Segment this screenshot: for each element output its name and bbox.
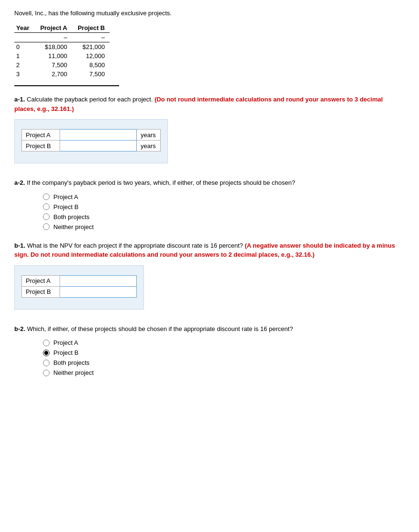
a1-project-a-input[interactable]	[60, 130, 136, 140]
col-header-year: Year	[14, 23, 35, 33]
section-b2: b-2. Which, if either, of these projects…	[14, 324, 405, 377]
a2-radio-group: Project AProject BBoth projectsNeither p…	[43, 193, 405, 231]
radio-label-a2-opt1: Project A	[53, 193, 78, 201]
b2-label: b-2.	[14, 325, 25, 332]
b1-question: b-1. What is the NPV for each project if…	[14, 241, 405, 260]
a1-project-a-row: Project A years	[22, 130, 161, 141]
radio-item[interactable]: Project B	[43, 349, 405, 356]
section-a1: a-1. Calculate the payback period for ea…	[14, 95, 405, 168]
a1-project-a-label: Project A	[22, 130, 60, 141]
radio-label-a2-opt3: Both projects	[53, 213, 90, 221]
a1-input-wrapper: Project A years Project B years	[14, 119, 168, 163]
b1-project-a-input-cell[interactable]	[60, 275, 137, 286]
a1-project-b-input[interactable]	[60, 141, 136, 151]
a2-label: a-2.	[14, 179, 25, 186]
a1-project-a-input-cell[interactable]	[60, 130, 137, 141]
radio-b2-opt3[interactable]	[43, 360, 50, 366]
radio-b2-opt1[interactable]	[43, 340, 50, 346]
b2-text: Which, if either, of these projects shou…	[27, 325, 293, 332]
a1-project-a-unit: years	[137, 130, 161, 141]
a2-question: a-2. If the company's payback period is …	[14, 178, 405, 188]
radio-item[interactable]: Project A	[43, 339, 405, 346]
radio-item[interactable]: Project A	[43, 193, 405, 201]
b1-project-b-input-cell[interactable]	[60, 286, 137, 297]
radio-label-b2-opt3: Both projects	[53, 359, 90, 366]
a1-project-b-label: Project B	[22, 141, 60, 151]
a1-question: a-1. Calculate the payback period for ea…	[14, 95, 405, 113]
col-header-project-b: Project B	[72, 23, 110, 33]
b1-label: b-1.	[14, 242, 25, 249]
b1-input-wrapper: Project A Project B	[14, 265, 144, 310]
radio-item[interactable]: Project B	[43, 203, 405, 211]
radio-label-b2-opt4: Neither project	[53, 369, 94, 376]
data-table: Year Project A Project B – – 0$18,000$21…	[14, 23, 110, 79]
radio-b2-opt2[interactable]	[43, 350, 50, 356]
a1-text: Calculate the payback period for each pr…	[27, 96, 153, 103]
radio-label-a2-opt4: Neither project	[53, 223, 94, 231]
table-row: 32,7007,500	[14, 70, 110, 79]
radio-item[interactable]: Neither project	[43, 369, 405, 376]
b1-project-b-row: Project B	[22, 286, 137, 297]
a1-project-b-input-cell[interactable]	[60, 141, 137, 151]
section-b1: b-1. What is the NPV for each project if…	[14, 241, 405, 314]
radio-a2-opt1[interactable]	[43, 193, 50, 200]
a1-project-b-unit: years	[137, 141, 161, 151]
radio-b2-opt4[interactable]	[43, 370, 50, 376]
b2-radio-group: Project AProject BBoth projectsNeither p…	[43, 339, 405, 376]
table-row: 0$18,000$21,000	[14, 42, 110, 52]
radio-label-a2-opt2: Project B	[53, 203, 79, 211]
b1-project-a-label: Project A	[22, 275, 60, 286]
b1-text: What is the NPV for each project if the …	[27, 242, 243, 249]
a1-input-table: Project A years Project B years	[21, 129, 161, 151]
radio-a2-opt2[interactable]	[43, 203, 50, 210]
table-row: 27,5008,500	[14, 60, 110, 70]
b1-project-b-input[interactable]	[60, 287, 136, 297]
radio-label-b2-opt2: Project B	[53, 349, 79, 356]
table-row: 111,00012,000	[14, 51, 110, 60]
radio-a2-opt3[interactable]	[43, 213, 50, 220]
a1-project-b-row: Project B years	[22, 141, 161, 151]
a2-text: If the company's payback period is two y…	[27, 179, 295, 186]
radio-a2-opt4[interactable]	[43, 223, 50, 230]
section-a2: a-2. If the company's payback period is …	[14, 178, 405, 231]
radio-item[interactable]: Neither project	[43, 223, 405, 231]
col-header-project-a: Project A	[35, 23, 72, 33]
b1-project-a-input[interactable]	[60, 276, 136, 286]
b1-input-table: Project A Project B	[21, 275, 137, 298]
intro-text: Novell, Inc., has the following mutually…	[14, 10, 405, 17]
b2-question: b-2. Which, if either, of these projects…	[14, 324, 405, 334]
b1-project-a-row: Project A	[22, 275, 137, 286]
a1-label: a-1.	[14, 96, 25, 103]
b1-project-b-label: Project B	[22, 286, 60, 297]
radio-item[interactable]: Both projects	[43, 359, 405, 366]
radio-label-b2-opt1: Project A	[53, 339, 78, 346]
radio-item[interactable]: Both projects	[43, 213, 405, 221]
